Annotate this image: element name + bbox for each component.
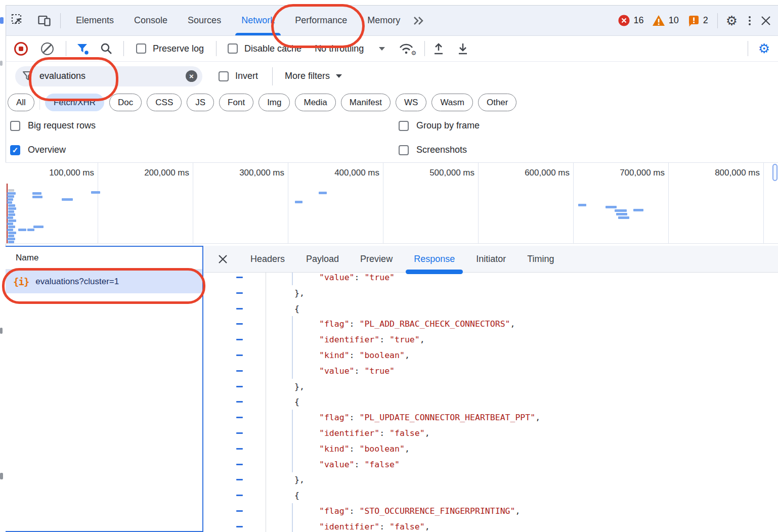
fold-marker-icon[interactable]	[236, 432, 243, 434]
more-tabs-icon[interactable]	[412, 15, 424, 26]
preserve-log-label: Preserve log	[153, 43, 204, 54]
fold-marker-icon[interactable]	[236, 526, 243, 527]
group-by-frame-checkbox[interactable]	[399, 121, 409, 131]
tab-sources[interactable]: Sources	[178, 6, 231, 35]
preserve-log-checkbox[interactable]	[136, 43, 146, 54]
invert-checkbox[interactable]	[219, 71, 229, 81]
chip-wasm[interactable]: Wasm	[431, 94, 473, 111]
detail-tab-bar: Headers Payload Preview Response Initiat…	[204, 246, 778, 273]
fold-marker-icon[interactable]	[236, 495, 243, 496]
resource-type-filter-row: All Fetch/XHR Doc CSS JS Font Img Media …	[6, 91, 778, 114]
big-request-rows-checkbox[interactable]	[10, 121, 20, 131]
clear-network-log-icon[interactable]	[41, 42, 54, 55]
fold-marker-icon[interactable]	[236, 464, 243, 465]
close-detail-icon[interactable]	[218, 254, 228, 264]
network-settings-gear-icon[interactable]: ⚙	[758, 42, 770, 55]
page-fragment	[0, 17, 4, 24]
tab-response[interactable]: Response	[403, 246, 465, 272]
tab-elements[interactable]: Elements	[66, 6, 124, 35]
code-text: "value": "false"	[204, 460, 400, 469]
tab-memory[interactable]: Memory	[357, 6, 410, 35]
overview-tick-label: 100,000 ms	[3, 168, 94, 178]
request-row-selected[interactable]: {i} evaluations?cluster=1	[6, 270, 202, 293]
disable-cache-checkbox[interactable]	[228, 43, 238, 54]
settings-gear-icon[interactable]: ⚙	[726, 14, 738, 27]
fold-marker-icon[interactable]	[236, 292, 243, 294]
overview-bar	[8, 232, 16, 234]
overview-bar	[8, 213, 15, 216]
fold-marker-icon[interactable]	[236, 510, 243, 512]
search-icon[interactable]	[100, 42, 112, 55]
chip-all[interactable]: All	[8, 94, 34, 111]
chip-img[interactable]: Img	[258, 94, 290, 111]
name-column-header[interactable]: Name	[6, 247, 202, 270]
chip-doc[interactable]: Doc	[109, 94, 142, 111]
code-text: {	[204, 491, 299, 500]
record-network-log-icon[interactable]	[14, 42, 28, 56]
chip-fetch-xhr[interactable]: Fetch/XHR	[45, 94, 104, 111]
chip-other[interactable]: Other	[478, 94, 517, 111]
filter-icon[interactable]	[76, 42, 89, 55]
chip-label: Doc	[118, 98, 133, 108]
fold-marker-icon[interactable]	[236, 401, 243, 403]
fold-marker-icon[interactable]	[236, 417, 243, 418]
overview-right-handle-icon[interactable]	[772, 164, 777, 181]
clear-filter-icon[interactable]: ×	[186, 70, 197, 82]
overview-bar	[27, 229, 34, 231]
fold-marker-icon[interactable]	[236, 308, 243, 309]
issues-icon[interactable]	[688, 15, 700, 27]
tab-performance[interactable]: Performance	[285, 6, 357, 35]
warning-icon[interactable]	[652, 15, 665, 26]
tab-label: Network	[241, 15, 275, 26]
tab-console[interactable]: Console	[124, 6, 178, 35]
divider	[272, 67, 273, 85]
import-har-icon[interactable]	[433, 42, 444, 55]
more-filters-button[interactable]: More filters	[285, 71, 330, 81]
response-line: "identifier": "false",	[204, 519, 778, 532]
overview-checkbox[interactable]: ✓	[10, 145, 20, 155]
error-icon[interactable]	[618, 14, 630, 27]
fold-marker-icon[interactable]	[236, 386, 243, 387]
fold-marker-icon[interactable]	[236, 354, 243, 356]
big-request-rows-label: Big request rows	[28, 120, 96, 131]
fold-marker-icon[interactable]	[236, 339, 243, 340]
fold-marker-icon[interactable]	[236, 323, 243, 325]
tab-timing[interactable]: Timing	[516, 246, 565, 272]
chip-media[interactable]: Media	[295, 94, 335, 111]
response-line: "flag": "STO_OCCURRENCE_FINGERPRINTING",	[204, 503, 778, 519]
fold-marker-icon[interactable]	[236, 448, 243, 450]
fold-marker-icon[interactable]	[236, 479, 243, 480]
tab-payload[interactable]: Payload	[295, 246, 350, 272]
fold-marker-icon[interactable]	[236, 370, 243, 372]
code-text: "flag": "PL_UPDATE_CONNECTOR_HEARTBEAT_P…	[204, 413, 540, 422]
tab-headers[interactable]: Headers	[240, 246, 295, 272]
tab-initiator[interactable]: Initiator	[465, 246, 516, 272]
network-conditions-icon[interactable]: ⚙	[398, 42, 414, 55]
chip-manifest[interactable]: Manifest	[341, 94, 391, 111]
tab-label: Timing	[527, 254, 554, 264]
kebab-menu-icon[interactable]	[749, 16, 751, 25]
device-toolbar-icon[interactable]	[38, 15, 51, 27]
filter-input[interactable]: evaluations ×	[15, 66, 202, 86]
chip-font[interactable]: Font	[219, 94, 253, 111]
response-line: "flag": "PL_UPDATE_CONNECTOR_HEARTBEAT_P…	[204, 410, 778, 425]
response-code[interactable]: "value": "true"},{"flag": "PL_ADD_RBAC_C…	[204, 272, 778, 532]
chip-js[interactable]: JS	[187, 94, 214, 111]
overview-tick-label: 200,000 ms	[98, 168, 189, 178]
throttling-select[interactable]: No throttling	[315, 43, 364, 54]
error-count: 16	[634, 15, 644, 26]
response-line: "identifier": "true",	[204, 332, 778, 347]
inspect-element-icon[interactable]	[11, 14, 25, 27]
json-braces-icon: {i}	[13, 276, 29, 287]
export-har-icon[interactable]	[457, 42, 468, 55]
tab-preview[interactable]: Preview	[350, 246, 403, 272]
overview-track[interactable]: 100,000 ms200,000 ms300,000 ms400,000 ms…	[0, 162, 778, 244]
chip-label: Font	[228, 98, 245, 108]
chip-css[interactable]: CSS	[147, 94, 182, 111]
close-devtools-icon[interactable]	[761, 16, 771, 26]
screenshots-checkbox[interactable]	[399, 145, 409, 155]
tab-network[interactable]: Network	[231, 6, 285, 35]
chevron-down-icon[interactable]	[379, 47, 385, 51]
fold-marker-icon[interactable]	[236, 277, 243, 278]
chip-ws[interactable]: WS	[396, 94, 426, 111]
